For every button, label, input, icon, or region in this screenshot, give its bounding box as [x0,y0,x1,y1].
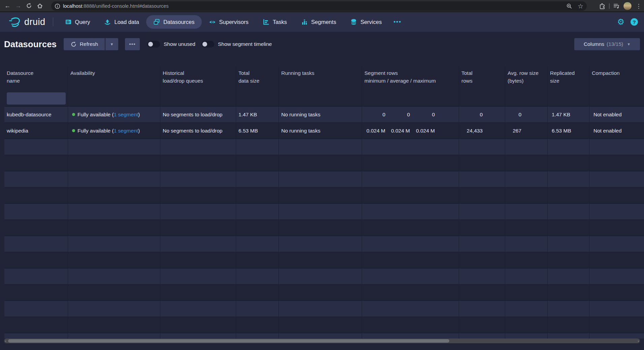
browser-back-icon[interactable]: ← [2,1,13,11]
scroll-left-arrow[interactable]: ‹ [5,339,6,343]
empty-cell [236,236,279,252]
extensions-icon[interactable] [599,3,606,9]
column-header-segment-rows[interactable]: Segment rowsminimum / average / maximum [362,66,459,90]
empty-cell [589,333,644,339]
empty-cell [68,333,160,339]
address-bar[interactable]: localhost:8888/unified-console.html#data… [51,1,587,11]
empty-cell [505,139,548,155]
column-header-availability[interactable]: Availability [68,66,160,90]
nav-more-button[interactable]: ••• [389,19,406,25]
empty-cell [548,252,589,268]
services-icon [350,19,357,25]
empty-cell [589,139,644,155]
empty-cell [68,204,160,220]
empty-row [4,220,644,236]
datasource-row[interactable]: wikipediaFully available (1 segment)No s… [4,123,644,139]
cell-running-tasks: No running tasks [279,123,362,139]
empty-cell [505,268,548,284]
show-segment-timeline-toggle[interactable] [201,41,214,48]
empty-cell [548,268,589,284]
upload-icon [104,19,111,25]
column-header-historical[interactable]: Historicalload/drop queues [160,66,236,90]
browser-menu-icon[interactable]: ⋮ [635,1,642,11]
empty-cell [362,317,459,333]
browser-home-icon[interactable] [34,1,45,11]
scroll-right-arrow[interactable]: › [638,339,639,343]
media-playlist-icon[interactable] [613,3,620,9]
header-line1: Running tasks [281,69,362,77]
cell-running-tasks: No running tasks [279,107,362,122]
filter-cell [505,90,548,106]
url-text[interactable]: localhost:8888/unified-console.html#data… [63,3,169,9]
empty-cell [279,171,362,187]
compaction-status: Not enabled [592,128,622,134]
empty-cell [68,187,160,203]
empty-cell [505,171,548,187]
cell-total-rows: 0 [459,107,505,122]
column-header-total[interactable]: Totalrows [459,66,505,90]
empty-cell [362,333,459,339]
bookmark-star-icon[interactable]: ☆ [578,3,583,9]
empty-cell [4,236,68,252]
column-header-compaction[interactable]: Compaction [589,66,644,90]
druid-brand[interactable]: druid [8,15,45,29]
zoom-icon[interactable] [566,3,572,9]
nav-tab-services[interactable]: Services [343,15,389,29]
empty-cell [160,220,236,236]
empty-cell [160,171,236,187]
datasource-row[interactable]: kubedb-datasourceFully available (1 segm… [4,107,644,123]
segment-rows-value: 0.024 M [385,128,410,134]
empty-cell [548,155,589,171]
empty-cell [362,187,459,203]
settings-gear-icon[interactable]: ⚙ [617,18,624,26]
browser-forward-icon[interactable]: → [13,1,24,11]
segment-rows-value: 0.024 M [364,128,385,134]
nav-tab-tasks[interactable]: Tasks [256,15,294,29]
empty-cell [236,155,279,171]
nav-tab-segments[interactable]: Segments [294,15,343,29]
site-info-icon[interactable] [55,3,60,9]
column-header-running-tasks[interactable]: Running tasks [279,66,362,90]
column-header-replicated[interactable]: Replicatedsize [548,66,589,90]
empty-cell [362,301,459,317]
columns-dropdown-button[interactable]: Columns (13/15) ▼ [574,38,640,50]
column-header-avg-row-size[interactable]: Avg. row size(bytes) [505,66,548,90]
datasource-name-filter-input[interactable] [7,92,66,105]
horizontal-scrollbar[interactable]: ‹ › [4,339,640,343]
browser-reload-icon[interactable] [24,1,34,11]
empty-row [4,155,644,171]
refresh-button[interactable]: Refresh [64,38,105,50]
refresh-label: Refresh [80,41,98,47]
toggle-knob [202,42,207,47]
nav-tab-datasources[interactable]: Datasources [146,15,202,29]
segment-count-link[interactable]: 1 segment [114,128,138,134]
empty-cell [4,317,68,333]
empty-cell [160,155,236,171]
help-icon[interactable]: ? [631,18,638,26]
header-line2: (bytes) [508,77,547,85]
nav-tab-load-data[interactable]: Load data [97,15,146,29]
header-line1: Historical [163,69,236,77]
segment-count-link[interactable]: 1 segment [114,112,138,118]
empty-cell [505,252,548,268]
nav-tab-label: Supervisors [219,19,249,25]
nav-tab-supervisors[interactable]: Supervisors [202,15,256,29]
empty-cell [4,204,68,220]
header-line2: minimum / average / maximum [364,77,459,85]
column-header-total[interactable]: Totaldata size [236,66,279,90]
nav-tab-query[interactable]: Query [58,15,97,29]
scrollbar-thumb[interactable] [8,339,449,343]
load-drop-queues: No segments to load/drop [163,128,223,134]
refresh-interval-caret-button[interactable]: ▼ [105,38,118,50]
empty-cell [589,204,644,220]
segment-rows-value: 0 [364,112,385,118]
more-actions-button[interactable]: ••• [125,38,140,50]
avg-row-size: 0 [508,112,521,118]
show-unused-toggle[interactable] [147,41,160,48]
column-header-datasource[interactable]: Datasourcename [4,66,68,90]
filter-cell [236,90,279,106]
empty-cell [279,187,362,203]
profile-avatar[interactable] [623,2,632,10]
nav-tab-label: Tasks [273,19,287,25]
empty-cell [68,285,160,300]
